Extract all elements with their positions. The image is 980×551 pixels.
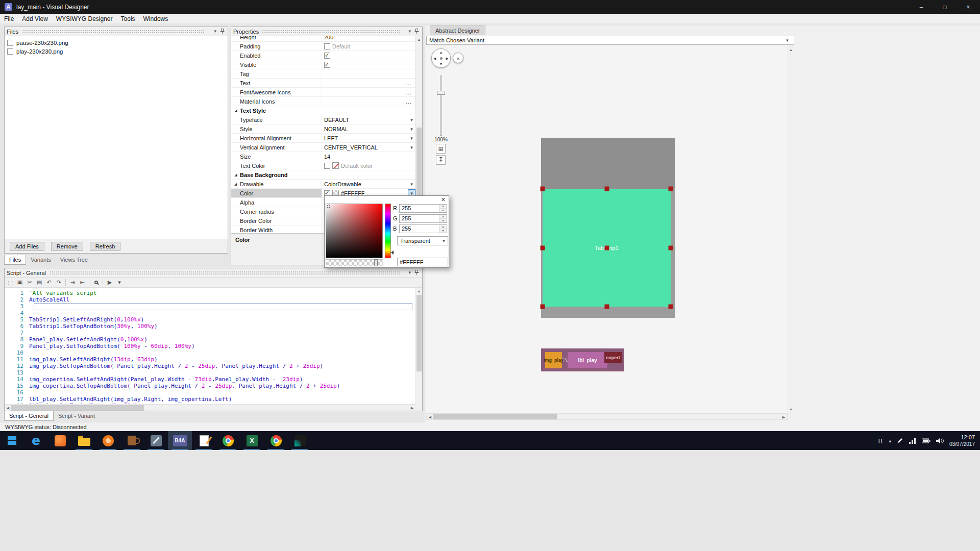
code-line[interactable]: 2AutoScaleAll — [5, 296, 415, 303]
redo-icon[interactable]: ↷ — [54, 278, 63, 287]
property-row-padding[interactable]: PaddingDefault — [231, 42, 416, 51]
list-item-play-230x230-png[interactable]: play-230x230.png — [5, 47, 228, 56]
script-tab-script-general[interactable]: Script - General — [4, 411, 54, 421]
code-line[interactable]: 6TabStrip1.SetTopAndBottom(30%y, 100%y) — [5, 323, 415, 330]
taskbar-excel[interactable]: X — [240, 431, 264, 450]
paste-icon[interactable]: ▤ — [35, 278, 44, 287]
property-value[interactable]: 14 — [322, 152, 416, 161]
selection-handle[interactable] — [669, 245, 673, 250]
property-value[interactable]: Default color — [322, 161, 416, 170]
property-value[interactable]: LEFT▾ — [322, 134, 416, 142]
property-row-visible[interactable]: Visible — [231, 60, 416, 69]
code-line[interactable]: 11img_play.SetLeftAndRight(13dip, 63dip) — [5, 356, 415, 363]
scroll-left-icon[interactable]: ◀ — [5, 405, 11, 411]
view-img-play[interactable]: img_play — [545, 352, 562, 368]
panel-menu-icon[interactable]: ▾ — [408, 29, 411, 34]
scroll-thumb[interactable] — [11, 405, 144, 411]
list-item-pause-230x230-png[interactable]: pause-230x230.png — [5, 38, 228, 47]
dropdown-caret-icon[interactable]: ▾ — [408, 117, 415, 122]
property-row-size[interactable]: Size14 — [231, 152, 416, 161]
code-editor[interactable]: 1'All variants script2AutoScaleAll345Tab… — [5, 288, 415, 404]
dropdown-caret-icon[interactable]: ▾ — [408, 127, 415, 132]
battery-icon[interactable] — [922, 438, 930, 443]
code-line[interactable]: 7 — [5, 330, 415, 336]
menu-wysiwyg-designer[interactable]: WYSIWYG Designer — [52, 14, 117, 23]
editor-vscrollbar[interactable]: ▲ — [415, 288, 422, 404]
popup-close-icon[interactable]: ✕ — [441, 196, 446, 203]
panel-play-view[interactable]: Pan img_playlbl_playcopert — [541, 348, 624, 371]
code-line[interactable]: 16 — [5, 389, 415, 396]
selection-handle[interactable] — [669, 305, 673, 309]
scroll-right-icon[interactable]: ▶ — [409, 405, 415, 411]
indent-icon[interactable]: ⇥ — [68, 278, 77, 287]
menu-file[interactable]: File — [0, 14, 18, 23]
selection-handle[interactable] — [541, 305, 545, 309]
tray-expand-icon[interactable]: ▴ — [889, 438, 891, 443]
checkbox[interactable] — [7, 40, 13, 46]
property-row-drawable[interactable]: ◢DrawableColorDrawable▾ — [231, 180, 416, 189]
checkbox[interactable] — [324, 62, 330, 68]
channel-b-input[interactable]: 255▴▾ — [399, 224, 447, 233]
taskbar-edge[interactable]: e — [24, 431, 48, 450]
taskbar-mug-app[interactable] — [120, 431, 144, 450]
close-button[interactable]: × — [957, 0, 980, 14]
refresh-button[interactable]: Refresh — [90, 242, 121, 251]
property-row-material-icons[interactable]: Material Icons... — [231, 97, 416, 106]
code-line[interactable]: 17lbl_play.SetLeftAndRight(img_play.Righ… — [5, 396, 415, 403]
network-icon[interactable] — [909, 438, 916, 444]
taskbar-b4a[interactable]: B4A — [168, 431, 192, 450]
preset-color-dropdown[interactable]: Transparent ▾ — [397, 236, 448, 245]
collapse-tools-button[interactable]: « — [453, 53, 463, 63]
undo-icon[interactable]: ↶ — [44, 278, 54, 287]
scroll-down-icon[interactable]: ▼ — [788, 406, 794, 413]
property-value[interactable]: NORMAL▾ — [322, 124, 416, 133]
property-row-enabled[interactable]: Enabled — [231, 51, 416, 60]
menu-tools[interactable]: Tools — [117, 14, 139, 23]
property-row-text-color[interactable]: Text ColorDefault color — [231, 161, 416, 170]
menu-windows[interactable]: Windows — [139, 14, 173, 23]
dropdown-caret-icon[interactable]: ▾ — [408, 182, 415, 187]
property-value[interactable] — [322, 60, 416, 69]
selection-handle[interactable] — [541, 245, 545, 250]
pin-icon[interactable] — [414, 29, 419, 34]
scroll-up-icon[interactable]: ▲ — [416, 36, 422, 43]
designer-vscrollbar[interactable]: ▲ ▼ — [788, 46, 794, 413]
maximize-button[interactable]: □ — [933, 0, 957, 14]
scroll-right-icon[interactable]: ▶ — [780, 414, 787, 420]
property-value[interactable] — [322, 69, 416, 78]
ellipsis-button[interactable]: ... — [402, 98, 415, 105]
pen-icon[interactable] — [897, 437, 903, 444]
files-tab-variants[interactable]: Variants — [26, 255, 56, 265]
property-row-horizontal-alignment[interactable]: Horizontal AlignmentLEFT▾ — [231, 134, 416, 143]
nav-left-icon[interactable]: ◀ — [433, 57, 436, 60]
export-button[interactable]: ↧ — [436, 155, 446, 165]
menu-add-view[interactable]: Add View — [18, 14, 52, 23]
property-value[interactable]: Default — [322, 42, 416, 51]
minimize-button[interactable]: – — [910, 0, 933, 14]
property-group-base-background[interactable]: ◢Base Background — [231, 170, 416, 180]
property-row-fontawesome-icons[interactable]: FontAwesome Icons... — [231, 88, 416, 97]
files-tab-views-tree[interactable]: Views Tree — [56, 255, 92, 265]
add-files-button[interactable]: Add Files — [10, 242, 44, 251]
property-row-tag[interactable]: Tag — [231, 69, 416, 79]
code-line[interactable]: 12img_play.SetTopAndBottom( Panel_play.H… — [5, 363, 415, 369]
files-tab-files[interactable]: Files — [4, 255, 26, 265]
property-group-text-style[interactable]: ◢Text Style — [231, 106, 416, 115]
saturation-value-area[interactable] — [326, 204, 383, 258]
selection-handle[interactable] — [604, 187, 609, 191]
property-value[interactable]: 200 — [322, 36, 416, 41]
panel-menu-icon[interactable]: ▾ — [214, 29, 216, 34]
property-row-vertical-alignment[interactable]: Vertical AlignmentCENTER_VERTICAL▾ — [231, 143, 416, 152]
selection-handle[interactable] — [669, 187, 673, 191]
property-row-height[interactable]: Height200 — [231, 36, 416, 42]
taskbar-tools-app[interactable] — [144, 431, 168, 450]
files-list[interactable]: pause-230x230.pngplay-230x230.png — [5, 36, 228, 239]
hue-marker-icon[interactable] — [391, 251, 394, 255]
taskbar-dark-ide[interactable] — [288, 431, 312, 450]
selection-handle[interactable] — [604, 245, 609, 250]
property-value[interactable]: ... — [322, 79, 416, 87]
property-value[interactable]: CENTER_VERTICAL▾ — [322, 143, 416, 152]
tab-abstract-designer[interactable]: Abstract Designer — [430, 26, 485, 35]
code-line[interactable]: 10 — [5, 349, 415, 356]
code-line[interactable]: 8Panel_play.SetLeftAndRight(0,100%x) — [5, 336, 415, 343]
